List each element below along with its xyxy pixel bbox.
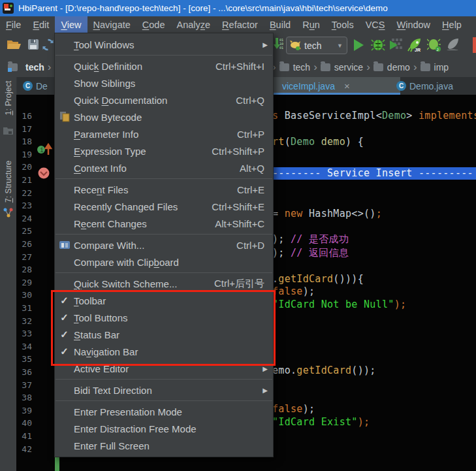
menubar-item-run[interactable]: Run — [296, 16, 326, 33]
shortcut-label: Ctrl+P — [237, 129, 264, 140]
menubar-item-tools[interactable]: Tools — [326, 16, 360, 33]
shortcut-label: Ctrl+Shift+E — [212, 201, 264, 212]
menubar-item-analyze[interactable]: Analyze — [171, 16, 217, 33]
vcs-change-bar — [55, 457, 59, 471]
line-number: 20 — [16, 161, 32, 173]
menu-item-show-bytecode[interactable]: Show Bytecode — [55, 108, 273, 125]
open-folder-icon[interactable] — [7, 38, 22, 51]
code-line: emo.getIdCard()); — [272, 365, 376, 377]
menu-item-expression-type[interactable]: Expression TypeCtrl+Shift+P — [55, 142, 273, 159]
tab-partial[interactable]: C De — [16, 77, 54, 95]
menubar-item-edit[interactable]: Edit — [27, 16, 55, 33]
module-folder-icon — [8, 63, 18, 71]
chevron-down-icon: ▼ — [337, 42, 343, 49]
run-button[interactable] — [353, 39, 364, 52]
project-folder-icon — [3, 126, 13, 135]
annotation-red-box — [51, 290, 276, 366]
menu-separator — [56, 272, 272, 273]
code-line: false); — [272, 403, 315, 415]
menubar-item-help[interactable]: Help — [436, 16, 468, 33]
window-title: HbiParent - [D:\repo-hand\repo-tech\tech… — [18, 3, 388, 13]
menu-separator — [56, 178, 272, 179]
line-number: 18 — [16, 135, 32, 148]
shortcut-label: Ctrl+D — [236, 240, 264, 251]
line-number: 22 — [16, 187, 32, 199]
line-number: 37 — [16, 379, 32, 391]
line-number: 29 — [16, 276, 32, 289]
line-number: 39 — [16, 404, 32, 417]
line-number: 23 — [16, 199, 32, 212]
submenu-arrow-icon: ▶ — [262, 387, 268, 394]
menu-item-enter-full-screen[interactable]: Enter Full Screen — [55, 437, 273, 454]
svg-text:i: i — [40, 146, 44, 154]
menu-item-recently-changed-files[interactable]: Recently Changed FilesCtrl+Shift+E — [55, 198, 273, 215]
menubar-item-file[interactable]: File — [0, 16, 27, 33]
code-line: .getIdCard())){ — [272, 273, 364, 285]
implement-marker-icon[interactable]: i — [37, 142, 52, 155]
menu-bar: FileEditViewNavigateCodeAnalyzeRefactorB… — [0, 16, 476, 33]
update-project-icon[interactable]: 011001 — [273, 37, 284, 52]
save-icon[interactable] — [27, 39, 39, 50]
menubar-item-refactor[interactable]: Refactor — [216, 16, 264, 33]
code-line: s BaseServiceImpl<Demo> implements — [272, 110, 476, 122]
menubar-item-view[interactable]: View — [55, 16, 87, 33]
breadcrumb-item-tech[interactable]: tech — [279, 62, 310, 73]
menu-item-show-siblings[interactable]: Show Siblings — [55, 74, 273, 91]
menu-item-bidi-text-direction[interactable]: Bidi Text Direction▶ — [55, 382, 273, 398]
menu-separator — [56, 55, 272, 56]
sidebar-item-project[interactable]: 1: Project — [4, 81, 13, 116]
line-number: 40 — [16, 417, 32, 429]
breadcrumb-root[interactable]: tech — [25, 62, 44, 73]
menu-item-compare-with[interactable]: Compare With...Ctrl+D — [55, 236, 273, 253]
menu-item-recent-files[interactable]: Recent FilesCtrl+E — [55, 181, 273, 198]
close-icon[interactable]: × — [344, 80, 350, 91]
menu-item-enter-distraction-free-mode[interactable]: Enter Distraction Free Mode — [55, 420, 273, 437]
debug-with-jrebel-button[interactable]: J — [427, 38, 442, 52]
sidebar-item-structure[interactable]: 7: Structure — [4, 161, 13, 203]
title-bar: HbiParent - [D:\repo-hand\repo-tech\tech… — [0, 0, 476, 16]
chevron-right-icon: › — [313, 61, 317, 74]
line-number: 38 — [16, 391, 32, 404]
tab-label: viceImpl.java — [282, 81, 335, 91]
menubar-item-navigate[interactable]: Navigate — [87, 16, 136, 33]
app-logo-icon — [3, 3, 14, 14]
breadcrumb-item-service[interactable]: service — [321, 62, 363, 73]
debug-button[interactable] — [371, 38, 385, 52]
check-marker-icon[interactable] — [38, 167, 50, 179]
run-configuration-label: tech — [304, 41, 321, 51]
class-icon: C — [396, 81, 406, 91]
breadcrumb-item-demo[interactable]: demo — [373, 62, 410, 73]
line-number: 35 — [16, 353, 32, 365]
menu-item-quick-documentation[interactable]: Quick DocumentationCtrl+Q — [55, 91, 273, 108]
menu-item-compare-with-clipboard[interactable]: Compare with Clipboard — [55, 253, 273, 270]
menu-item-recent-changes[interactable]: Recent ChangesAlt+Shift+C — [55, 215, 273, 232]
intellij-window: { "title_bar": { "title": "HbiParent - [… — [0, 0, 476, 471]
code-line: = new HashMap<>(); — [272, 208, 382, 220]
line-number: 32 — [16, 315, 32, 327]
menubar-item-code[interactable]: Code — [136, 16, 171, 33]
menu-item-enter-presentation-mode[interactable]: Enter Presentation Mode — [55, 403, 273, 420]
sync-icon[interactable] — [42, 39, 54, 51]
run-with-coverage-button[interactable] — [389, 38, 402, 52]
run-with-jrebel-button[interactable]: JR — [407, 37, 423, 53]
clipped-toolbar-icon — [473, 37, 476, 53]
menubar-item-vcs[interactable]: VCS — [360, 16, 391, 33]
folder-icon — [420, 63, 430, 71]
chevron-right-icon: › — [413, 61, 417, 74]
menu-item-context-info[interactable]: Context InfoAlt+Q — [55, 159, 273, 176]
menu-item-quick-definition[interactable]: Quick DefinitionCtrl+Shift+I — [55, 57, 273, 74]
menubar-item-build[interactable]: Build — [264, 16, 296, 33]
menubar-item-window[interactable]: Window — [391, 16, 437, 33]
line-number: 28 — [16, 263, 32, 276]
line-number: 25 — [16, 225, 32, 237]
menu-item-parameter-info[interactable]: Parameter InfoCtrl+P — [55, 125, 273, 142]
menu-item-tool-windows[interactable]: Tool Windows▶ — [55, 36, 273, 53]
breadcrumb-item-imp[interactable]: imp — [420, 62, 449, 73]
run-configuration-select[interactable]: tech ▼ — [286, 37, 347, 54]
line-number: 24 — [16, 212, 32, 225]
tab-active-serviceimpl[interactable]: viceImpl.java × — [268, 77, 400, 95]
class-icon: C — [23, 81, 33, 91]
code-line: ); // 是否成功 — [272, 233, 349, 246]
bytecode-icon — [55, 112, 74, 122]
tab-demo-java[interactable]: C Demo.java — [390, 77, 460, 95]
